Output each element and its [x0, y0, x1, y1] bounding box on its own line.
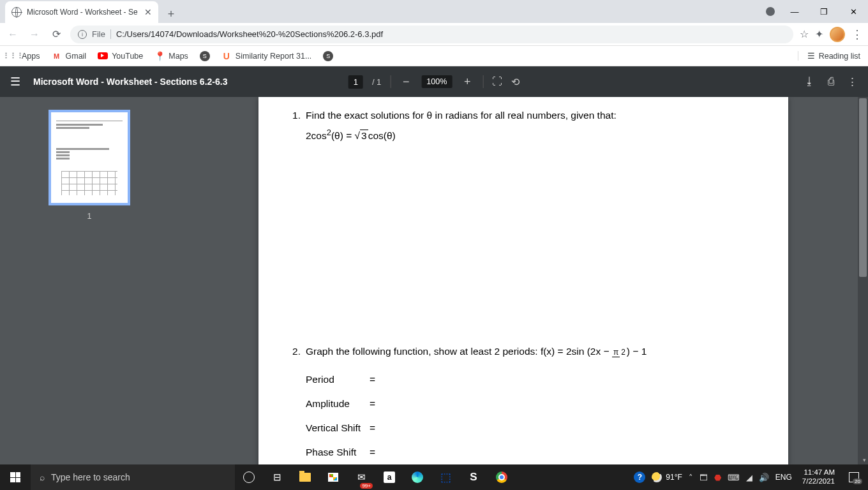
dollar-icon: S [470, 471, 477, 484]
fraction: π2 [612, 348, 627, 356]
window-close[interactable]: ✕ [839, 0, 868, 23]
bookmark-generic-2[interactable]: S [323, 51, 333, 61]
help-icon[interactable]: ? [634, 471, 645, 483]
circle-icon: S [323, 51, 333, 61]
browser-tab-strip: Microsoft Word - Worksheet - Se ✕ + — ❐ … [0, 0, 868, 23]
bookmark-similarity[interactable]: USimilarity Report 31... [221, 51, 311, 61]
eq-part: (θ) = [331, 130, 355, 141]
zoom-out-button[interactable]: − [400, 75, 412, 89]
vertical-scrollbar[interactable]: ▴ ▾ [858, 97, 868, 464]
edge-button[interactable] [403, 464, 431, 490]
start-button[interactable] [0, 464, 31, 490]
bookmarks-bar: ⋮⋮⋮Apps MGmail YouTube 📍Maps S USimilari… [0, 46, 868, 66]
keyboard-icon[interactable]: ⌨ [728, 473, 740, 482]
eq-part: 2cos [306, 130, 327, 141]
security-icon[interactable]: ⬣ [714, 473, 721, 482]
pdf-toolbar-right: ⭳ ⎙ ⋮ [804, 75, 858, 89]
page-thumbnail[interactable] [49, 110, 130, 205]
page-current-input[interactable]: 1 [348, 75, 363, 89]
close-tab-icon[interactable]: ✕ [144, 7, 152, 17]
wifi-icon[interactable]: ◢ [746, 473, 752, 482]
dropbox-button[interactable]: ⬚ [431, 464, 460, 490]
print-icon[interactable]: ⎙ [828, 75, 834, 88]
notif-count: 20 [853, 479, 862, 484]
language-indicator[interactable]: ENG [775, 473, 792, 482]
sidebar-toggle-icon[interactable]: ☰ [10, 75, 20, 89]
pdf-menu-icon[interactable]: ⋮ [847, 75, 858, 89]
toolbar-divider [483, 75, 483, 88]
cortana-button[interactable] [235, 464, 263, 490]
equals-sign: = [370, 374, 375, 385]
nav-reload-icon[interactable]: ⟳ [49, 28, 64, 40]
taskbar-search[interactable]: ⌕ Type here to search [31, 464, 235, 490]
pdf-toolbar-center: 1 / 1 − 100% + ⛶ ⟲ [348, 75, 520, 89]
pdf-body: 1 1. Find the exact solutions for θ in r… [0, 97, 868, 464]
chrome-button[interactable] [488, 464, 516, 490]
bookmark-maps[interactable]: 📍Maps [154, 51, 188, 61]
file-explorer-button[interactable] [291, 464, 319, 490]
ms-store-button[interactable] [319, 464, 347, 490]
bookmark-label: Apps [22, 52, 40, 61]
chrome-icon [496, 471, 507, 483]
profile-avatar[interactable] [830, 27, 845, 42]
zoom-level[interactable]: 100% [421, 75, 452, 88]
page-area[interactable]: 1. Find the exact solutions for θ in rad… [179, 97, 868, 464]
window-minimize[interactable]: — [780, 0, 809, 23]
info-icon[interactable]: i [78, 30, 87, 39]
weather-widget[interactable]: 91°F [652, 472, 682, 482]
maps-icon: 📍 [154, 51, 165, 61]
clock[interactable]: 11:47 AM 7/22/2021 [798, 468, 839, 486]
bookmark-star-icon[interactable]: ☆ [800, 28, 809, 40]
new-tab-button[interactable]: + [162, 5, 180, 23]
nav-back-icon[interactable]: ← [5, 29, 20, 40]
fit-page-icon[interactable]: ⛶ [492, 76, 502, 87]
chevron-up-icon[interactable]: ˄ [689, 473, 693, 482]
store-icon [328, 473, 338, 482]
mail-badge: 99+ [360, 483, 373, 489]
reading-list-label: Reading list [819, 52, 860, 61]
bookmark-youtube[interactable]: YouTube [98, 52, 143, 61]
mail-icon: ✉ [357, 471, 366, 483]
scroll-thumb[interactable] [859, 98, 867, 277]
equals-sign: = [370, 422, 375, 433]
clock-date: 7/22/2021 [802, 477, 835, 486]
url-box[interactable]: i File C:/Users/14074/Downloads/Workshee… [70, 26, 793, 43]
extensions-icon[interactable]: ✦ [815, 28, 823, 40]
prop-label: Vertical Shift [306, 422, 370, 434]
reading-list-button[interactable]: ☰Reading list [798, 51, 860, 61]
window-controls: — ❐ ✕ [766, 0, 868, 23]
app-button[interactable]: S [460, 464, 488, 490]
task-view-button[interactable]: ⊟ [263, 464, 291, 490]
zoom-in-button[interactable]: + [461, 75, 474, 89]
property-list: Period= Amplitude= Vertical Shift= Phase… [306, 374, 756, 458]
bookmark-apps[interactable]: ⋮⋮⋮Apps [8, 51, 40, 61]
window-maximize[interactable]: ❐ [809, 0, 839, 23]
amazon-button[interactable]: a [375, 464, 403, 490]
notifications-icon[interactable]: 20 [849, 472, 859, 482]
equals-sign: = [370, 447, 375, 457]
bookmark-generic-1[interactable]: S [200, 51, 210, 61]
rotate-icon[interactable]: ⟲ [511, 76, 520, 88]
taskbar-pinned: ⊟ ✉99+ a ⬚ S [235, 464, 516, 490]
system-tray: ? 91°F ˄ 🗔 ⬣ ⌨ ◢ 🔊 ENG 11:47 AM 7/22/202… [629, 468, 868, 486]
eq-part: ) − 1 [627, 346, 647, 357]
pdf-title: Microsoft Word - Worksheet - Sections 6.… [33, 77, 227, 87]
nav-forward-icon[interactable]: → [27, 29, 42, 40]
toolbar-divider [390, 75, 391, 88]
account-dot-icon[interactable] [766, 7, 775, 16]
bookmark-label: Gmail [66, 52, 87, 61]
amazon-icon: a [384, 471, 395, 483]
scroll-down-arrow[interactable]: ▾ [863, 457, 866, 463]
browser-menu-icon[interactable]: ⋮ [851, 27, 863, 41]
browser-tab[interactable]: Microsoft Word - Worksheet - Se ✕ [5, 1, 158, 23]
prop-label: Phase Shift [306, 447, 370, 458]
download-icon[interactable]: ⭳ [804, 75, 815, 88]
bookmark-gmail[interactable]: MGmail [52, 51, 87, 61]
eq-sqrt: 3 [360, 130, 368, 141]
frac-num: π [612, 348, 620, 357]
volume-icon[interactable]: 🔊 [759, 473, 769, 482]
search-placeholder: Type here to search [51, 472, 130, 482]
mail-button[interactable]: ✉99+ [347, 464, 375, 490]
pdf-toolbar: ☰ Microsoft Word - Worksheet - Sections … [0, 66, 868, 97]
battery-icon[interactable]: 🗔 [700, 473, 708, 482]
